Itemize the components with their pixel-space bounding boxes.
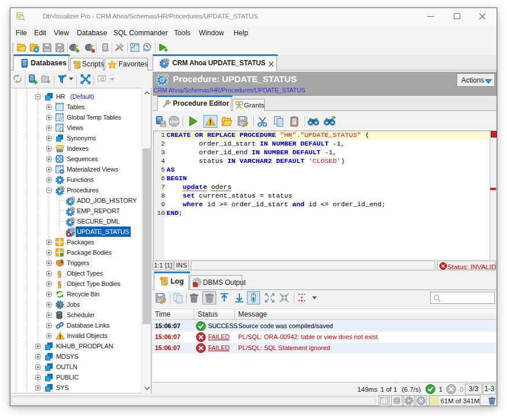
svg-text:STOP: STOP xyxy=(169,120,179,124)
svg-text:§: § xyxy=(57,280,62,288)
svg-text:§: § xyxy=(57,269,62,278)
